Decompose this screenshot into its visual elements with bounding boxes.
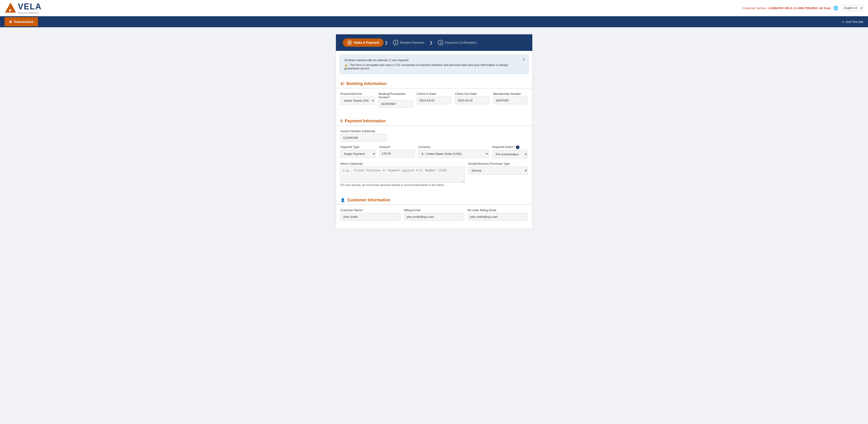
nav-bar: ⊞ Transactions ↩ Exit This Site — [0, 16, 868, 27]
step-2: 2 Review Payment — [389, 38, 428, 47]
transactions-label: Transactions — [14, 20, 33, 24]
amount-label: Amount* — [379, 145, 415, 149]
checkout-group: Check-Out Date* — [455, 92, 490, 108]
booking-number-label: Booking/Transaction Number* — [378, 92, 413, 99]
amount-group: Amount* — [379, 145, 415, 158]
reenter-email-label: Re-enter Billing Email — [468, 208, 528, 212]
membership-input[interactable] — [493, 97, 528, 104]
customer-service-text: Customer Service: +1-888-PAY-VELA (+1-88… — [742, 6, 831, 10]
goods-label: Goods/Services Purchase Type — [468, 162, 528, 165]
info-box: ∧ All fields marked with an asterisk (*)… — [340, 55, 529, 74]
customer-name-group: Customer Name* — [341, 208, 401, 221]
payment-type-select[interactable]: Single Payment — [341, 150, 376, 158]
info-collapse-button[interactable]: ∧ — [522, 57, 525, 61]
membership-group: Membership Number — [493, 92, 528, 108]
step-2-label: Review Payment — [400, 41, 424, 45]
globe-icon[interactable]: 🌐 — [833, 5, 838, 10]
memo-label: Memo (Optional) — [341, 162, 465, 165]
invoice-row: Invoice Number (Optional) — [341, 130, 528, 142]
memo-security-note: For your security, do not include person… — [341, 183, 465, 187]
step-1-label: Make A Payment — [354, 41, 379, 45]
step-3-label: Payment Confirmation — [445, 41, 477, 45]
reenter-email-input[interactable] — [468, 213, 528, 221]
logo-area: ▲ VELA Payment Matters® — [5, 2, 42, 14]
checkin-group: Check-In Date* — [417, 92, 451, 108]
billing-email-group: Billing Email — [404, 208, 464, 221]
language-select[interactable]: English US — [841, 5, 863, 11]
invoice-group: Invoice Number (Optional) — [341, 130, 386, 142]
customer-section-header: 👤 Customer Information — [336, 194, 532, 205]
checkout-input[interactable] — [455, 97, 490, 104]
checkout-label: Check-Out Date* — [455, 92, 490, 95]
required-note: All fields marked with an asterisk (*) a… — [344, 58, 524, 62]
invoice-input[interactable] — [341, 134, 386, 142]
exit-icon: ↩ — [842, 20, 845, 24]
goods-group: Goods/Services Purchase Type Service — [468, 162, 528, 174]
product-service-label: Product/Service* — [341, 92, 375, 95]
amount-input[interactable] — [379, 150, 415, 158]
billing-email-input[interactable] — [404, 213, 464, 221]
customer-row: Customer Name* Billing Email Re-enter Bi… — [341, 208, 528, 221]
booking-icon: 🏷 — [341, 82, 344, 86]
lock-icon: 🔒 — [344, 63, 348, 67]
membership-label: Membership Number — [493, 92, 528, 95]
step-1: 1 Make A Payment — [343, 38, 383, 47]
booking-row-1: Product/Service* Airline Tickets (V003) … — [341, 92, 528, 108]
customer-icon: 👤 — [341, 198, 345, 202]
top-header: ▲ VELA Payment Matters® Customer Service… — [0, 0, 868, 16]
step-arrow-1: ❯ — [384, 40, 388, 45]
booking-section-title: Booking Information — [346, 81, 387, 86]
memo-group: Memo (Optional) For your security, do no… — [341, 162, 465, 187]
payment-action-label: Payment Action* i — [493, 145, 528, 149]
customer-name-label: Customer Name* — [341, 208, 401, 212]
payment-section-title: Payment Information — [345, 119, 385, 123]
required-star: * — [389, 58, 391, 62]
payment-action-select[interactable]: Pre-Authorization — [493, 150, 528, 158]
billing-email-label: Billing Email — [404, 208, 464, 212]
step-3-num: 3 — [438, 40, 443, 45]
booking-form: Product/Service* Airline Tickets (V003) … — [336, 92, 532, 115]
security-note: 🔒 This form is encrypted and uses a TLS … — [344, 63, 524, 70]
currency-select[interactable]: $ - United States Dollar (USD) — [418, 150, 489, 158]
customer-form: Customer Name* Billing Email Re-enter Bi… — [336, 208, 532, 229]
checkin-label: Check-In Date* — [417, 92, 451, 95]
payment-form: Invoice Number (Optional) Payment Type S… — [336, 130, 532, 194]
currency-label: Currency — [418, 145, 489, 149]
step-arrow-2: ❯ — [429, 40, 433, 45]
customer-service-link[interactable]: +1-888-PAY-VELA (+1-888-729-8352, toll f… — [768, 6, 831, 10]
checkin-input[interactable] — [417, 97, 451, 104]
transactions-icon: ⊞ — [9, 20, 12, 24]
payment-action-info-icon[interactable]: i — [516, 145, 520, 149]
logo-tagline: Payment Matters® — [18, 11, 42, 14]
payment-type-label: Payment Type — [341, 145, 376, 149]
product-service-group: Product/Service* Airline Tickets (V003) — [341, 92, 375, 108]
svg-text:▲: ▲ — [8, 7, 12, 12]
stepper: 1 Make A Payment ❯ 2 Review Payment ❯ 3 … — [336, 34, 532, 51]
transactions-nav[interactable]: ⊞ Transactions — [5, 17, 38, 26]
invoice-label: Invoice Number (Optional) — [341, 130, 386, 133]
main-content: 1 Make A Payment ❯ 2 Review Payment ❯ 3 … — [336, 34, 532, 229]
booking-number-group: Booking/Transaction Number* — [378, 92, 413, 108]
payment-icon: $ — [341, 119, 343, 123]
payment-details-row: Payment Type Single Payment Amount* Curr… — [341, 145, 528, 158]
currency-group: Currency $ - United States Dollar (USD) — [418, 145, 489, 158]
memo-input[interactable] — [341, 167, 465, 182]
memo-goods-row: Memo (Optional) For your security, do no… — [341, 162, 528, 187]
booking-section-header: 🏷 Booking Information — [336, 78, 532, 88]
logo-icon: ▲ — [5, 2, 17, 14]
goods-select[interactable]: Service — [468, 167, 528, 174]
step-1-num: 1 — [347, 40, 352, 45]
payment-action-group: Payment Action* i Pre-Authorization — [493, 145, 528, 158]
step-3: 3 Payment Confirmation — [434, 38, 481, 47]
header-right: Customer Service: +1-888-PAY-VELA (+1-88… — [742, 5, 863, 11]
reenter-email-group: Re-enter Billing Email — [468, 208, 528, 221]
customer-section-title: Customer Information — [347, 198, 391, 202]
product-service-select[interactable]: Airline Tickets (V003) — [341, 97, 375, 105]
payment-section-header: $ Payment Information — [336, 115, 532, 126]
step-2-num: 2 — [393, 40, 398, 45]
booking-number-input[interactable] — [378, 100, 413, 108]
exit-button[interactable]: ↩ Exit This Site — [842, 20, 863, 24]
logo-name: VELA — [18, 2, 42, 11]
exit-label: Exit This Site — [846, 20, 863, 24]
customer-name-input[interactable] — [341, 213, 401, 221]
